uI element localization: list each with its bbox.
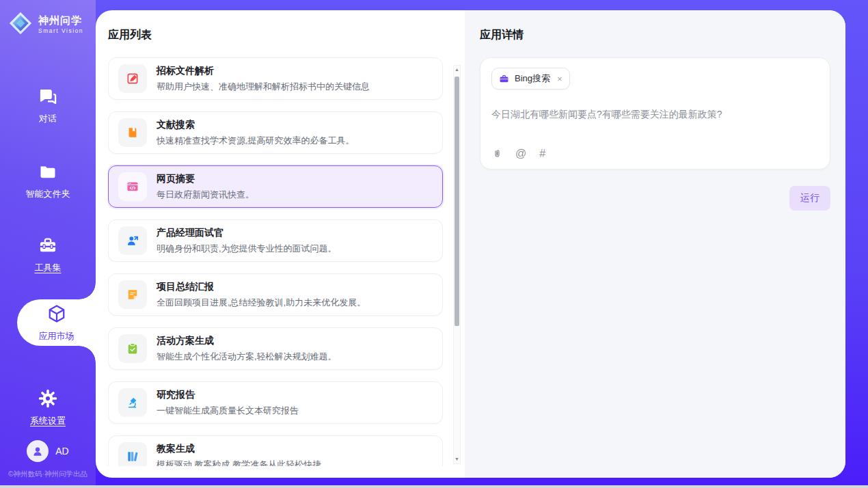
tool-tag[interactable]: Bing搜索 × (491, 68, 570, 90)
document-edit-icon (118, 64, 147, 93)
sidebar-item-settings[interactable]: 系统设置 (0, 384, 96, 431)
brand-name: 神州问学 (38, 15, 83, 27)
tool-tag-label: Bing搜索 (515, 72, 550, 85)
research-icon (118, 388, 147, 417)
books-icon (118, 442, 147, 466)
app-card-description: 快速精准查找学术资源,提高研究效率的必备工具。 (157, 135, 355, 147)
copyright-footer: ©神州数码·神州问学出品 (0, 470, 96, 479)
app-card-description: 明确身份和职责,为您提供专业性的面试问题。 (157, 243, 337, 255)
app-card-description: 智能生成个性化活动方案,轻松解决规划难题。 (157, 351, 337, 363)
scrollbar-thumb[interactable] (455, 77, 459, 326)
app-card[interactable]: 研究报告一键智能生成高质量长文本研究报告 (108, 381, 443, 424)
brand-subtitle: Smart Vision (38, 28, 83, 34)
app-card-title: 网页摘要 (157, 173, 254, 185)
app-detail-panel: 应用详情 Bing搜索 × 今日湖北有哪些新闻要点?有哪些需要关注的最新政策? (465, 10, 845, 478)
user-row: AD (0, 440, 96, 462)
sidebar-nav: 对话智能文件夹工具集应用市场系统设置 (0, 59, 96, 431)
list-scrollbar[interactable]: ▲ ▼ (453, 65, 461, 464)
scrollbar-track[interactable] (454, 74, 460, 455)
app-card-title: 教案生成 (157, 443, 321, 455)
app-card-description: 模板驱动,教案秒成,教学准备从此轻松快捷 (157, 459, 321, 467)
prompt-text[interactable]: 今日湖北有哪些新闻要点?有哪些需要关注的最新政策? (491, 107, 819, 122)
sidebar: 神州问学 Smart Vision 对话智能文件夹工具集应用市场系统设置 AD … (0, 0, 96, 485)
gear-icon (38, 388, 58, 409)
brand-diamond-icon (8, 11, 33, 38)
brand-logo: 神州问学 Smart Vision (0, 0, 96, 38)
app-card[interactable]: 项目总结汇报全面回顾项目进展,总结经验教训,助力未来优化发展。 (108, 273, 443, 316)
user-initials: AD (55, 446, 68, 457)
book-icon (118, 118, 147, 147)
browser-code-icon (118, 172, 147, 201)
app-card-title: 产品经理面试官 (157, 227, 337, 239)
app-card[interactable]: 活动方案生成智能生成个性化活动方案,轻松解决规划难题。 (108, 327, 443, 370)
clipboard-check-icon (118, 334, 147, 363)
scroll-down-arrow[interactable]: ▼ (455, 455, 459, 463)
app-list-title: 应用列表 (108, 28, 448, 42)
app-card[interactable]: 网页摘要每日政府新闻资讯快查。 (108, 165, 443, 208)
run-button[interactable]: 运行 (789, 186, 830, 211)
app-card[interactable]: 招标文件解析帮助用户快速、准确地理解和解析招标书中的关键信息 (108, 57, 443, 100)
app-card[interactable]: 文献搜索快速精准查找学术资源,提高研究效率的必备工具。 (108, 111, 443, 154)
prompt-card[interactable]: Bing搜索 × 今日湖北有哪些新闻要点?有哪些需要关注的最新政策? @ # (480, 57, 830, 170)
sidebar-item-label: 智能文件夹 (26, 188, 70, 200)
app-card-title: 招标文件解析 (157, 65, 370, 77)
app-card-description: 一键智能生成高质量长文本研究报告 (157, 405, 299, 417)
app-card-title: 活动方案生成 (157, 335, 337, 347)
user-avatar[interactable] (27, 440, 49, 462)
mention-icon[interactable]: @ (515, 148, 526, 160)
app-card-description: 每日政府新闻资讯快查。 (157, 189, 254, 201)
sidebar-item-app-market[interactable]: 应用市场 (17, 299, 96, 346)
sidebar-item-label: 对话 (39, 113, 57, 125)
main-container: 应用列表 招标文件解析帮助用户快速、准确地理解和解析招标书中的关键信息文献搜索快… (96, 10, 845, 478)
toolbox-icon (38, 235, 58, 256)
app-detail-title: 应用详情 (480, 28, 830, 42)
app-card[interactable]: 产品经理面试官明确身份和职责,为您提供专业性的面试问题。 (108, 219, 443, 262)
person-icon (31, 445, 44, 457)
folder-icon (38, 161, 58, 182)
hash-icon[interactable]: # (539, 148, 546, 160)
app-card-title: 项目总结汇报 (157, 281, 366, 293)
briefcase-icon (499, 74, 509, 84)
app-card-description: 帮助用户快速、准确地理解和解析招标书中的关键信息 (157, 81, 370, 93)
app-card-title: 文献搜索 (157, 119, 355, 131)
sidebar-item-chat[interactable]: 对话 (0, 82, 96, 128)
app-card-title: 研究报告 (157, 389, 299, 401)
input-toolbar: @ # (492, 148, 546, 160)
sidebar-item-label: 工具集 (35, 262, 62, 274)
app-card[interactable]: 教案生成模板驱动,教案秒成,教学准备从此轻松快捷 (108, 435, 443, 466)
cube-icon (46, 303, 67, 324)
sidebar-item-label: 系统设置 (30, 415, 66, 427)
attachment-icon[interactable] (492, 148, 502, 160)
tag-close-icon[interactable]: × (557, 74, 562, 84)
app-list-panel: 应用列表 招标文件解析帮助用户快速、准确地理解和解析招标书中的关键信息文献搜索快… (96, 10, 465, 478)
sidebar-item-label: 应用市场 (39, 330, 74, 342)
sidebar-item-smart-folder[interactable]: 智能文件夹 (0, 157, 96, 204)
bottom-edge-strip (0, 485, 868, 488)
app-card-list: 招标文件解析帮助用户快速、准确地理解和解析招标书中的关键信息文献搜索快速精准查找… (108, 57, 448, 466)
sidebar-item-toolset[interactable]: 工具集 (0, 231, 96, 277)
note-icon (118, 280, 147, 309)
interviewer-icon (118, 226, 147, 255)
chat-icon (38, 86, 58, 107)
scroll-up-arrow[interactable]: ▲ (455, 66, 459, 74)
app-card-description: 全面回顾项目进展,总结经验教训,助力未来优化发展。 (157, 297, 366, 309)
